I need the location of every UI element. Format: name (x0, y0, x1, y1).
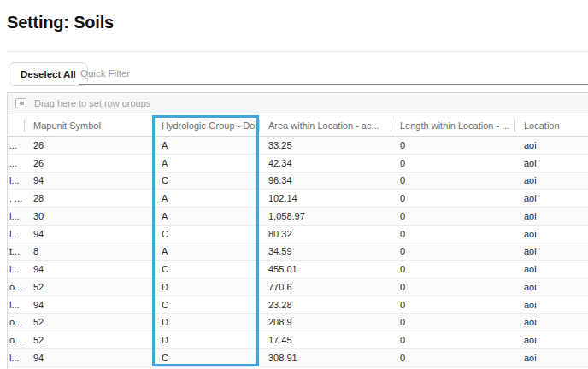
cell-length[interactable]: 0 (391, 155, 515, 172)
cell-mapunit_symbol[interactable]: 52 (25, 314, 153, 331)
cell-location[interactable]: aoi (515, 261, 588, 278)
cell-hydrologic_group[interactable]: A (153, 243, 260, 261)
cell-name_fragment[interactable]: l... (8, 173, 25, 190)
cell-area[interactable]: 80.32 (260, 226, 391, 243)
column-header-mapunit_symbol[interactable]: Mapunit Symbol (25, 114, 153, 136)
cell-location[interactable]: aoi (515, 190, 588, 207)
cell-mapunit_symbol[interactable]: 28 (25, 190, 153, 207)
cell-area[interactable]: 34.59 (260, 243, 391, 261)
cell-name_fragment[interactable]: o... (8, 314, 25, 331)
cell-area[interactable]: 1,058.97 (260, 208, 391, 225)
cell-location[interactable]: aoi (515, 314, 588, 331)
table-row[interactable]: l...30A1,058.970aoi (8, 208, 588, 226)
cell-name_fragment[interactable]: l... (8, 208, 25, 225)
row-group-drop-zone[interactable]: Drag here to set row groups (8, 93, 588, 114)
cell-hydrologic_group[interactable]: A (153, 208, 260, 225)
cell-area[interactable]: 770.6 (260, 278, 391, 296)
cell-location[interactable]: aoi (515, 226, 588, 243)
cell-length[interactable]: 0 (391, 296, 515, 313)
cell-name_fragment[interactable]: ... (8, 137, 25, 154)
cell-area[interactable]: 208.9 (260, 314, 391, 331)
cell-location[interactable]: aoi (515, 155, 588, 172)
cell-name_fragment[interactable]: ... (8, 155, 25, 172)
cell-area[interactable]: 23.28 (260, 296, 391, 313)
column-header-area[interactable]: Area within Location - ac... (260, 114, 391, 136)
cell-mapunit_symbol[interactable]: 94 (25, 226, 153, 243)
table-row[interactable]: l...94C96.340aoi (8, 173, 588, 190)
cell-mapunit_symbol[interactable]: 94 (25, 173, 153, 190)
cell-hydrologic_group[interactable]: C (153, 261, 260, 278)
cell-name_fragment[interactable]: l... (8, 261, 25, 278)
cell-name_fragment[interactable]: , ... (8, 190, 25, 207)
cell-location[interactable]: aoi (515, 349, 588, 366)
cell-name_fragment[interactable]: l... (8, 296, 25, 313)
cell-area[interactable]: 96.34 (260, 173, 391, 190)
cell-name_fragment[interactable]: o... (8, 278, 25, 296)
cell-hydrologic_group[interactable]: A (153, 190, 260, 207)
cell-mapunit_symbol[interactable]: 52 (25, 278, 153, 296)
cell-location[interactable]: aoi (515, 208, 588, 225)
cell-mapunit_symbol[interactable]: 52 (25, 331, 153, 348)
cell-hydrologic_group[interactable]: C (153, 173, 260, 190)
table-row[interactable]: ...26A42.340aoi (8, 155, 588, 173)
cell-location[interactable]: aoi (515, 331, 588, 348)
cell-hydrologic_group[interactable]: C (153, 226, 260, 243)
cell-length[interactable]: 0 (391, 243, 515, 261)
cell-name_fragment[interactable]: l... (8, 226, 25, 243)
column-header-hydrologic_group[interactable]: Hydrologic Group - Domi.. (153, 114, 260, 136)
cell-location[interactable]: aoi (515, 296, 588, 313)
cell-hydrologic_group[interactable]: C (153, 349, 260, 366)
cell-area[interactable]: 42.34 (260, 155, 391, 172)
cell-hydrologic_group[interactable]: A (153, 137, 260, 154)
cell-hydrologic_group[interactable]: D (153, 314, 260, 331)
column-header-location[interactable]: Location (515, 114, 588, 136)
table-row[interactable]: t...8A34.590aoi (8, 243, 588, 261)
table-row[interactable]: o...52D17.450aoi (8, 331, 588, 349)
table-row[interactable]: l...94C308.910aoi (8, 349, 588, 367)
cell-mapunit_symbol[interactable]: 30 (25, 208, 153, 225)
cell-length[interactable]: 0 (391, 278, 515, 296)
cell-hydrologic_group[interactable]: D (153, 331, 260, 348)
table-row[interactable]: o...52D770.60aoi (8, 278, 588, 296)
cell-location[interactable]: aoi (515, 278, 588, 296)
cell-location[interactable]: aoi (515, 173, 588, 190)
cell-location[interactable]: aoi (515, 137, 588, 154)
cell-length[interactable]: 0 (391, 261, 515, 278)
cell-area[interactable]: 455.01 (260, 261, 391, 278)
cell-area[interactable]: 102.14 (260, 190, 391, 207)
cell-length[interactable]: 0 (391, 226, 515, 243)
table-row[interactable]: l...94C80.320aoi (8, 226, 588, 243)
cell-mapunit_symbol[interactable]: 8 (25, 243, 153, 261)
cell-name_fragment[interactable]: t... (8, 243, 25, 261)
quick-filter-input[interactable] (79, 67, 588, 85)
cell-mapunit_symbol[interactable]: 94 (25, 261, 153, 278)
table-row[interactable]: , ...28A102.140aoi (8, 190, 588, 208)
cell-mapunit_symbol[interactable]: 26 (25, 155, 153, 172)
cell-area[interactable]: 17.45 (260, 331, 391, 348)
cell-mapunit_symbol[interactable]: 94 (25, 296, 153, 313)
cell-area[interactable]: 33.25 (260, 137, 391, 154)
cell-length[interactable]: 0 (391, 349, 515, 366)
table-row[interactable]: ...26A33.250aoi (8, 137, 588, 155)
cell-name_fragment[interactable]: l... (8, 349, 25, 366)
cell-length[interactable]: 0 (391, 137, 515, 154)
cell-length[interactable]: 0 (391, 314, 515, 331)
cell-mapunit_symbol[interactable]: 94 (25, 349, 153, 366)
cell-length[interactable]: 0 (391, 208, 515, 225)
table-row[interactable]: o...52D208.90aoi (8, 314, 588, 332)
cell-hydrologic_group[interactable]: D (153, 278, 260, 296)
cell-length[interactable]: 0 (391, 331, 515, 348)
cell-hydrologic_group[interactable]: C (153, 296, 260, 313)
deselect-all-button[interactable]: Deselect All (9, 62, 88, 86)
table-row[interactable]: l...94C455.010aoi (8, 261, 588, 278)
table-row[interactable]: l...94C23.280aoi (8, 296, 588, 314)
cell-name_fragment[interactable]: o... (8, 331, 25, 348)
column-header-length[interactable]: Length within Location - ... (391, 114, 515, 136)
cell-location[interactable]: aoi (515, 243, 588, 261)
cell-hydrologic_group[interactable]: A (153, 155, 260, 172)
column-header-name_fragment[interactable] (8, 114, 25, 136)
cell-area[interactable]: 308.91 (260, 349, 391, 366)
cell-length[interactable]: 0 (391, 173, 515, 190)
cell-length[interactable]: 0 (391, 190, 515, 207)
cell-mapunit_symbol[interactable]: 26 (25, 137, 153, 154)
